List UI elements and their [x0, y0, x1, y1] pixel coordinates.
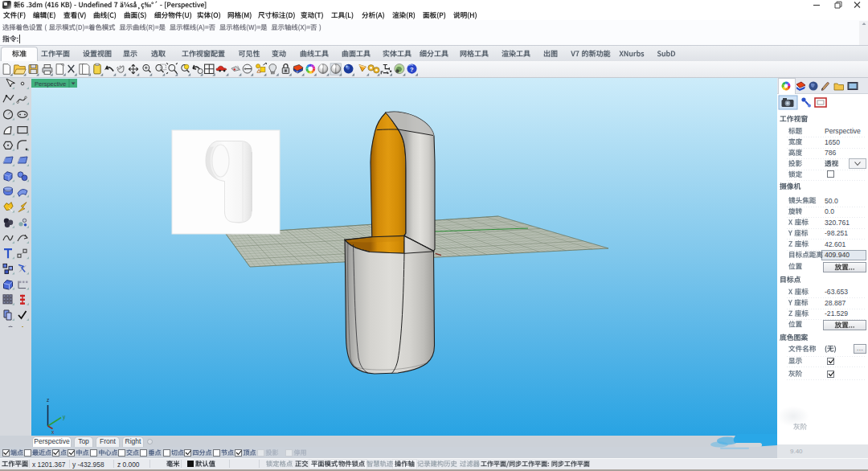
svg-text:z: z	[47, 397, 49, 403]
svg-text:?: ?	[410, 66, 414, 73]
svg-text:Perspective: Perspective	[35, 80, 66, 88]
